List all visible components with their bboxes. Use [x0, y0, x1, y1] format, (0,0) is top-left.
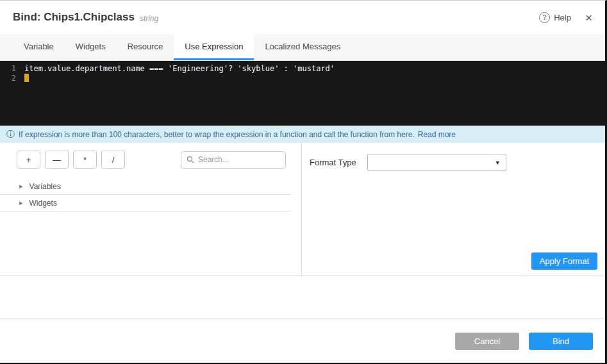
tab-use-expression[interactable]: Use Expression: [174, 34, 254, 60]
header-actions: ? Help ×: [539, 12, 592, 24]
bind-dialog: Bind: Chips1.Chipclass string ? Help × V…: [0, 0, 607, 364]
close-icon[interactable]: ×: [585, 12, 592, 24]
middle-section: + — * / ▸ Variables ▸: [0, 143, 605, 276]
binding-type-label: string: [140, 14, 158, 23]
empty-section: [0, 276, 605, 319]
format-type-row: Format Type ▼: [310, 154, 596, 171]
line-number: 1: [0, 64, 24, 74]
format-type-select[interactable]: ▼: [367, 154, 506, 171]
read-more-link[interactable]: Read more: [418, 130, 456, 139]
format-type-label: Format Type: [310, 158, 356, 167]
tree-item-variables[interactable]: ▸ Variables: [0, 178, 291, 195]
plus-operator-button[interactable]: +: [17, 151, 40, 169]
hint-text: If expression is more than 100 character…: [19, 130, 415, 139]
tab-variable[interactable]: Variable: [13, 34, 65, 60]
expression-editor[interactable]: 1 item.value.department.name === 'Engine…: [0, 61, 605, 126]
search-icon: [187, 156, 194, 163]
chevron-right-icon: ▸: [19, 182, 23, 190]
bind-button[interactable]: Bind: [529, 333, 593, 350]
page-title: Bind: Chips1.Chipclass: [13, 11, 135, 24]
line-number: 2: [0, 74, 24, 83]
operator-toolbar: + — * /: [0, 151, 301, 169]
tab-resource[interactable]: Resource: [117, 34, 174, 60]
tab-localized-messages[interactable]: Localized Messages: [254, 34, 351, 60]
search-box: [181, 151, 286, 169]
info-icon: ⓘ: [6, 129, 15, 140]
editor-line: 1 item.value.department.name === 'Engine…: [0, 64, 605, 74]
help-label: Help: [554, 13, 571, 22]
dialog-footer: Cancel Bind: [0, 319, 605, 363]
tree-item-widgets[interactable]: ▸ Widgets: [0, 195, 291, 211]
editor-line: 2: [0, 74, 605, 83]
tab-bar: Variable Widgets Resource Use Expression…: [0, 34, 605, 61]
minus-operator-button[interactable]: —: [45, 151, 69, 169]
tree-item-label: Variables: [29, 182, 61, 191]
chevron-right-icon: ▸: [19, 199, 23, 207]
expression-code: item.value.department.name === 'Engineer…: [24, 64, 335, 74]
expression-hint-bar: ⓘ If expression is more than 100 charact…: [0, 126, 605, 143]
text-cursor: [24, 74, 29, 82]
multiply-operator-button[interactable]: *: [73, 151, 97, 169]
cancel-button[interactable]: Cancel: [455, 333, 519, 350]
divide-operator-button[interactable]: /: [101, 151, 125, 169]
source-tree: ▸ Variables ▸ Widgets: [0, 178, 301, 211]
help-icon: ?: [539, 12, 550, 23]
tab-widgets[interactable]: Widgets: [65, 34, 117, 60]
expression-toolbox: + — * / ▸ Variables ▸: [0, 143, 302, 276]
dropdown-arrow-icon: ▼: [495, 160, 501, 166]
format-panel: Format Type ▼ Apply Format: [302, 143, 605, 276]
apply-format-button[interactable]: Apply Format: [531, 252, 597, 270]
help-button[interactable]: ? Help: [539, 12, 571, 23]
tree-item-label: Widgets: [29, 199, 57, 208]
search-input[interactable]: [198, 155, 280, 164]
dialog-header: Bind: Chips1.Chipclass string ? Help ×: [0, 1, 605, 34]
